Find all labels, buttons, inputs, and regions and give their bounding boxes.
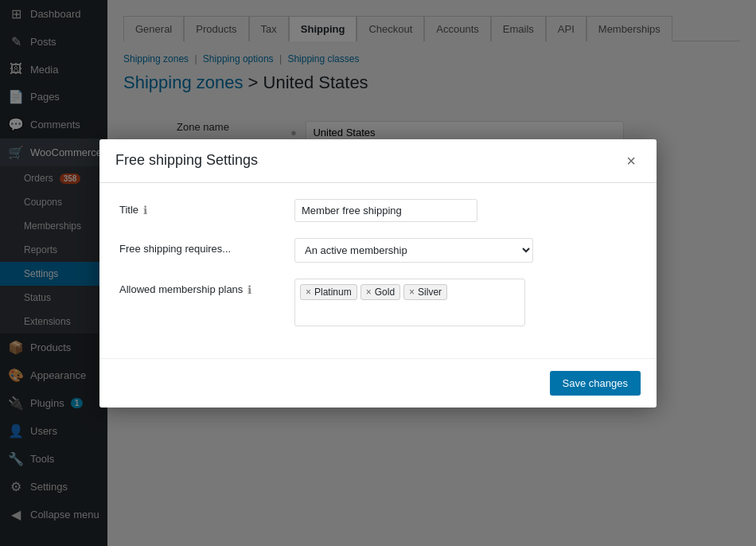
tag-gold-remove[interactable]: × bbox=[366, 287, 372, 297]
title-field-row: Title ℹ bbox=[119, 199, 637, 222]
membership-plans-row: Allowed membership plans ℹ × Platinum × … bbox=[119, 279, 637, 326]
title-input[interactable] bbox=[294, 199, 477, 222]
membership-plans-control: × Platinum × Gold × Silver bbox=[294, 279, 637, 326]
tag-silver-label: Silver bbox=[418, 287, 442, 298]
title-field-control bbox=[294, 199, 637, 222]
modal-body: Title ℹ Free shipping requires... N/A A … bbox=[99, 183, 657, 358]
membership-plans-tags[interactable]: × Platinum × Gold × Silver bbox=[294, 279, 525, 326]
title-field-label: Title ℹ bbox=[119, 199, 294, 216]
membership-plans-help-icon: ℹ bbox=[247, 283, 251, 296]
tag-platinum-label: Platinum bbox=[314, 287, 352, 298]
modal-title: Free shipping Settings bbox=[115, 152, 258, 169]
title-help-icon: ℹ bbox=[143, 204, 147, 216]
requires-field-label: Free shipping requires... bbox=[119, 238, 294, 255]
modal-overlay[interactable]: Free shipping Settings × Title ℹ Free sh… bbox=[0, 0, 756, 546]
modal-free-shipping: Free shipping Settings × Title ℹ Free sh… bbox=[99, 139, 657, 408]
tag-silver: × Silver bbox=[403, 284, 447, 300]
tag-silver-remove[interactable]: × bbox=[409, 287, 415, 297]
save-changes-button[interactable]: Save changes bbox=[550, 371, 641, 396]
requires-select[interactable]: N/A A valid coupon A minimum order amoun… bbox=[294, 238, 533, 263]
membership-plans-label: Allowed membership plans ℹ bbox=[119, 279, 294, 296]
modal-header: Free shipping Settings × bbox=[99, 139, 657, 183]
requires-field-row: Free shipping requires... N/A A valid co… bbox=[119, 238, 637, 263]
tag-gold: × Gold bbox=[360, 284, 400, 300]
tag-platinum: × Platinum bbox=[300, 284, 357, 300]
tag-gold-label: Gold bbox=[375, 287, 395, 298]
requires-field-control: N/A A valid coupon A minimum order amoun… bbox=[294, 238, 637, 263]
tag-platinum-remove[interactable]: × bbox=[306, 287, 311, 297]
modal-footer: Save changes bbox=[99, 358, 657, 408]
modal-close-button[interactable]: × bbox=[622, 151, 641, 170]
